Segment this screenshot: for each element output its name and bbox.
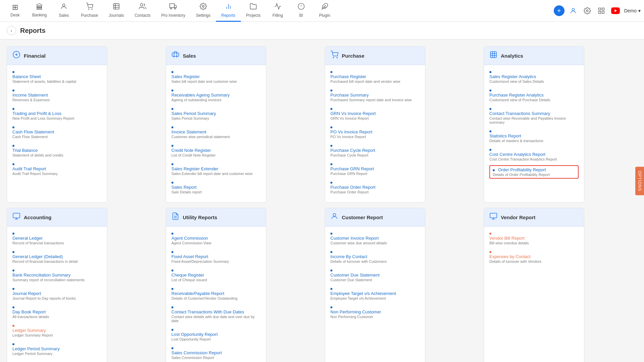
options-tab[interactable]: OPTIONS xyxy=(635,167,644,195)
list-item: Day Book Report All transactions details xyxy=(12,304,102,319)
grid-icon[interactable] xyxy=(596,5,607,16)
nav-pro-inventory[interactable]: Pro Inventory xyxy=(156,0,191,22)
cheque-register-link[interactable]: Cheque Register xyxy=(171,273,261,278)
settings-icon xyxy=(200,3,207,12)
sales-register-link[interactable]: Sales Register xyxy=(171,74,261,79)
contact-transactions-due-link[interactable]: Contact Transactions With Due Dates xyxy=(171,309,261,314)
customer-invoice-link[interactable]: Customer Invoice Report xyxy=(330,236,420,241)
svg-point-1 xyxy=(88,9,89,9)
po-invoice-link[interactable]: PO Vs Invoice Report xyxy=(330,129,420,134)
nav-journals[interactable]: Journals xyxy=(103,0,129,22)
receivable-payable-link[interactable]: Receivable/Payable Report xyxy=(171,291,261,296)
svg-point-0 xyxy=(63,4,65,6)
lost-opportunity-desc: Lost Opportunity Report xyxy=(171,337,261,341)
sales-report-desc: Sale Details report xyxy=(171,190,261,194)
vendor-bill-link[interactable]: Vendor Bill Report xyxy=(489,236,579,241)
nav-sales[interactable]: Sales xyxy=(52,0,75,22)
sales-body: Sales Register Sales bill report date an… xyxy=(166,65,266,202)
grn-invoice-link[interactable]: GRN Vs Invoice Report xyxy=(330,111,420,116)
back-button[interactable]: ‹ xyxy=(7,26,16,35)
order-profitability-link[interactable]: Order Profitability Report xyxy=(498,167,546,172)
user-menu[interactable]: Demo ▾ xyxy=(624,8,641,13)
svg-rect-21 xyxy=(598,11,600,13)
sales-commission-link[interactable]: Sales Commission Report xyxy=(171,350,261,355)
nav-filling[interactable]: Filling xyxy=(266,0,289,22)
non-performing-desc: Non Performing Customer xyxy=(330,315,420,319)
credit-note-link[interactable]: Credit Note Register xyxy=(171,148,261,153)
sales-period-link[interactable]: Sales Period Summary xyxy=(171,111,261,116)
svg-point-11 xyxy=(202,5,204,7)
list-item: Trial Balance Statement of debits and cr… xyxy=(12,143,102,157)
fixed-asset-link[interactable]: Fixed Asset Report xyxy=(171,254,261,259)
nav-plugin[interactable]: Plugin xyxy=(313,0,336,22)
nav-banking[interactable]: 🏛 Banking xyxy=(27,0,52,22)
expenses-by-contact-desc: Details of turnover with Vendors xyxy=(489,259,579,263)
utility-section: Utility Reports Agent Commission Agent C… xyxy=(166,208,266,362)
plugin-icon xyxy=(321,3,328,12)
general-ledger-detailed-link[interactable]: General Ledger (Detailed) xyxy=(12,254,102,259)
purchase-summary-link[interactable]: Purchase Summary xyxy=(330,93,420,98)
trading-pnl-link[interactable]: Trading and Profit & Loss xyxy=(12,111,102,116)
add-button[interactable]: + xyxy=(554,5,565,16)
statistics-link[interactable]: Statistics Report xyxy=(489,133,579,138)
analytics-header: Analytics xyxy=(484,47,584,65)
employee-target-link[interactable]: Employee Target v/s Achievement xyxy=(330,291,420,296)
cost-centre-analytics-link[interactable]: Cost Centre Analytics Report xyxy=(489,152,579,157)
general-ledger-link[interactable]: General Ledger xyxy=(12,236,102,241)
ledger-summary-link[interactable]: Ledger Summary xyxy=(12,328,102,333)
income-by-contact-link[interactable]: Income By Contact xyxy=(330,254,420,259)
income-by-contact-desc: Details of turnover with Customers xyxy=(330,259,420,263)
purchase-grn-link[interactable]: Purchase GRN Report xyxy=(330,166,420,171)
nav-purchase[interactable]: Purchase xyxy=(75,0,103,22)
expenses-by-contact-link[interactable]: Expenses by Contact xyxy=(489,254,579,259)
settings-gear-icon[interactable] xyxy=(582,5,593,16)
contact-transactions-link[interactable]: Contact Transactions Summary xyxy=(489,111,579,116)
page-title: Reports xyxy=(20,27,46,35)
income-statement-link[interactable]: Income Statement xyxy=(12,93,102,98)
purchase-cycle-link[interactable]: Purchase Cycle Report xyxy=(330,148,420,153)
sales-register-ext-link[interactable]: Sales Register Extender xyxy=(171,166,261,171)
ledger-period-link[interactable]: Ledger Period Summary xyxy=(12,346,102,351)
sales-report-link[interactable]: Sales Report xyxy=(171,185,261,190)
nav-settings[interactable]: Settings xyxy=(191,0,216,22)
invoice-statement-link[interactable]: Invoice Statement xyxy=(171,129,261,134)
cheque-register-desc: List of Cheque issued xyxy=(171,278,261,282)
user-name: Demo xyxy=(624,8,637,13)
nav-reports[interactable]: Reports xyxy=(216,0,241,22)
youtube-icon[interactable] xyxy=(610,5,621,16)
nav-pro-inventory-label: Pro Inventory xyxy=(161,13,185,18)
list-item: Contact Transactions Summary Contact wis… xyxy=(489,106,579,124)
svg-point-27 xyxy=(337,57,337,58)
analytics-section: Analytics Sales Register Analytics Custo… xyxy=(484,46,584,202)
purchase-order-link[interactable]: Purchase Order Report xyxy=(330,185,420,190)
svg-point-9 xyxy=(170,8,172,9)
balance-sheet-link[interactable]: Balance Sheet xyxy=(12,74,102,79)
nav-projects[interactable]: Projects xyxy=(241,0,266,22)
nav-desk[interactable]: ⊞ Desk xyxy=(3,0,27,22)
nav-user-icon[interactable] xyxy=(568,5,579,16)
accounting-section: Accounting General Ledger Record of fina… xyxy=(7,208,107,362)
sales-register-desc: Sales bill report date and customer wise xyxy=(171,79,261,83)
bank-reconciliation-link[interactable]: Bank Reconciliation Summary xyxy=(12,273,102,278)
purchase-grn-desc: Purchase GRN Report xyxy=(330,172,420,176)
purchase-register-link[interactable]: Purchase Register xyxy=(330,74,420,79)
trial-balance-link[interactable]: Trial Balance xyxy=(12,148,102,153)
purchase-register-analytics-link[interactable]: Purchase Register Analytics xyxy=(489,93,579,98)
employee-target-desc: Employee Target v/s Achievement xyxy=(330,296,420,300)
receivables-ageing-link[interactable]: Receivables Ageing Summary xyxy=(171,93,261,98)
customer-due-link[interactable]: Customer Due Statement xyxy=(330,273,420,278)
lost-opportunity-link[interactable]: Lost Opportunity Report xyxy=(171,332,261,337)
nav-bi[interactable]: BI xyxy=(289,0,313,22)
non-performing-link[interactable]: Non Performing Customer xyxy=(330,309,420,314)
sales-section-title: Sales xyxy=(183,53,196,59)
sales-icon xyxy=(60,3,67,12)
list-item: Statistics Report Details of masters & t… xyxy=(489,128,579,143)
agent-commission-link[interactable]: Agent Commission xyxy=(171,236,261,241)
audit-trail-link[interactable]: Audit Trail Report xyxy=(12,166,102,171)
cashflow-link[interactable]: Cash Flow Statement xyxy=(12,129,102,134)
sales-register-analytics-link[interactable]: Sales Register Analytics xyxy=(489,74,579,79)
day-book-link[interactable]: Day Book Report xyxy=(12,309,102,314)
reports-grid: Financial Balance Sheet Statement of ass… xyxy=(0,40,644,362)
nav-contacts[interactable]: Contacts xyxy=(129,0,156,22)
journal-report-link[interactable]: Journal Report xyxy=(12,291,102,296)
